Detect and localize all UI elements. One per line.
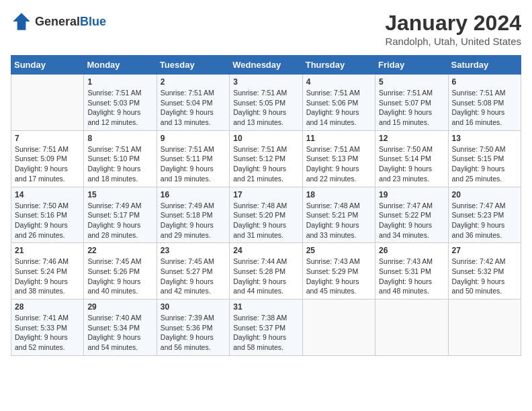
day-number: 21 — [15, 246, 80, 255]
day-number: 9 — [161, 134, 226, 143]
week-row-3: 14Sunrise: 7:50 AMSunset: 5:16 PMDayligh… — [11, 187, 521, 243]
day-info: Sunrise: 7:50 AMSunset: 5:16 PMDaylight:… — [15, 201, 80, 240]
calendar-cell — [448, 300, 521, 356]
day-info: Sunrise: 7:51 AMSunset: 5:07 PMDaylight:… — [379, 88, 444, 128]
day-number: 19 — [379, 190, 444, 199]
header-friday: Friday — [375, 56, 448, 75]
title-area: January 2024 Randolph, Utah, United Stat… — [385, 11, 521, 47]
logo-icon — [11, 11, 32, 32]
calendar-table: SundayMondayTuesdayWednesdayThursdayFrid… — [11, 55, 521, 356]
calendar-cell: 2Sunrise: 7:51 AMSunset: 5:04 PMDaylight… — [157, 75, 229, 131]
day-info: Sunrise: 7:50 AMSunset: 5:14 PMDaylight:… — [379, 144, 444, 184]
day-info: Sunrise: 7:51 AMSunset: 5:13 PMDaylight:… — [306, 144, 371, 184]
day-info: Sunrise: 7:48 AMSunset: 5:21 PMDaylight:… — [306, 201, 371, 240]
day-info: Sunrise: 7:47 AMSunset: 5:22 PMDaylight:… — [379, 201, 444, 240]
week-row-1: 1Sunrise: 7:51 AMSunset: 5:03 PMDaylight… — [11, 75, 521, 131]
header-monday: Monday — [84, 56, 157, 75]
header: GeneralBlue January 2024 Randolph, Utah,… — [11, 11, 521, 47]
day-info: Sunrise: 7:49 AMSunset: 5:18 PMDaylight:… — [161, 201, 226, 240]
calendar-cell: 1Sunrise: 7:51 AMSunset: 5:03 PMDaylight… — [84, 75, 157, 131]
day-number: 16 — [161, 190, 226, 199]
day-number: 13 — [452, 134, 517, 143]
week-row-5: 28Sunrise: 7:41 AMSunset: 5:33 PMDayligh… — [11, 300, 521, 356]
day-info: Sunrise: 7:51 AMSunset: 5:04 PMDaylight:… — [161, 88, 226, 128]
day-number: 30 — [161, 302, 226, 312]
day-info: Sunrise: 7:43 AMSunset: 5:31 PMDaylight:… — [379, 257, 444, 296]
header-wednesday: Wednesday — [230, 56, 302, 75]
day-info: Sunrise: 7:48 AMSunset: 5:20 PMDaylight:… — [233, 201, 298, 240]
day-number: 29 — [87, 302, 152, 312]
calendar-cell: 22Sunrise: 7:45 AMSunset: 5:26 PMDayligh… — [84, 243, 157, 300]
calendar-cell: 7Sunrise: 7:51 AMSunset: 5:09 PMDaylight… — [11, 130, 84, 187]
day-number: 1 — [87, 77, 152, 87]
day-info: Sunrise: 7:51 AMSunset: 5:11 PMDaylight:… — [161, 144, 226, 184]
day-number: 24 — [233, 246, 298, 255]
calendar-cell: 4Sunrise: 7:51 AMSunset: 5:06 PMDaylight… — [302, 75, 375, 131]
day-number: 14 — [15, 190, 80, 199]
day-info: Sunrise: 7:51 AMSunset: 5:05 PMDaylight:… — [233, 88, 298, 128]
main-title: January 2024 — [385, 11, 521, 36]
day-info: Sunrise: 7:46 AMSunset: 5:24 PMDaylight:… — [15, 257, 80, 296]
calendar-body: 1Sunrise: 7:51 AMSunset: 5:03 PMDaylight… — [11, 75, 521, 356]
day-number: 2 — [161, 77, 226, 87]
day-info: Sunrise: 7:38 AMSunset: 5:37 PMDaylight:… — [233, 313, 298, 353]
calendar-cell: 3Sunrise: 7:51 AMSunset: 5:05 PMDaylight… — [230, 75, 302, 131]
day-number: 3 — [233, 77, 298, 87]
day-number: 20 — [452, 190, 517, 199]
calendar-cell: 13Sunrise: 7:50 AMSunset: 5:15 PMDayligh… — [448, 130, 521, 187]
day-number: 15 — [87, 190, 152, 199]
header-thursday: Thursday — [302, 56, 375, 75]
day-number: 26 — [379, 246, 444, 255]
day-number: 23 — [161, 246, 226, 255]
day-number: 11 — [306, 134, 371, 143]
day-info: Sunrise: 7:51 AMSunset: 5:03 PMDaylight:… — [87, 88, 152, 128]
day-info: Sunrise: 7:51 AMSunset: 5:09 PMDaylight:… — [15, 144, 80, 184]
calendar-cell: 12Sunrise: 7:50 AMSunset: 5:14 PMDayligh… — [375, 130, 448, 187]
calendar-cell: 11Sunrise: 7:51 AMSunset: 5:13 PMDayligh… — [302, 130, 375, 187]
day-info: Sunrise: 7:41 AMSunset: 5:33 PMDaylight:… — [15, 313, 80, 353]
day-number: 12 — [379, 134, 444, 143]
logo: GeneralBlue — [11, 11, 106, 32]
svg-marker-0 — [13, 13, 30, 30]
calendar-cell: 26Sunrise: 7:43 AMSunset: 5:31 PMDayligh… — [375, 243, 448, 300]
calendar-cell: 27Sunrise: 7:42 AMSunset: 5:32 PMDayligh… — [448, 243, 521, 300]
calendar-cell: 23Sunrise: 7:45 AMSunset: 5:27 PMDayligh… — [157, 243, 229, 300]
calendar-cell: 28Sunrise: 7:41 AMSunset: 5:33 PMDayligh… — [11, 300, 84, 356]
day-number: 4 — [306, 77, 371, 87]
day-info: Sunrise: 7:51 AMSunset: 5:12 PMDaylight:… — [233, 144, 298, 184]
calendar-cell: 25Sunrise: 7:43 AMSunset: 5:29 PMDayligh… — [302, 243, 375, 300]
calendar-cell: 14Sunrise: 7:50 AMSunset: 5:16 PMDayligh… — [11, 187, 84, 243]
subtitle: Randolph, Utah, United States — [385, 36, 521, 47]
day-info: Sunrise: 7:51 AMSunset: 5:08 PMDaylight:… — [452, 88, 517, 128]
calendar-cell: 9Sunrise: 7:51 AMSunset: 5:11 PMDaylight… — [157, 130, 229, 187]
day-number: 22 — [87, 246, 152, 255]
day-info: Sunrise: 7:45 AMSunset: 5:26 PMDaylight:… — [87, 257, 152, 296]
day-number: 25 — [306, 246, 371, 255]
header-saturday: Saturday — [448, 56, 521, 75]
calendar-cell: 6Sunrise: 7:51 AMSunset: 5:08 PMDaylight… — [448, 75, 521, 131]
calendar-cell: 8Sunrise: 7:51 AMSunset: 5:10 PMDaylight… — [84, 130, 157, 187]
calendar-cell: 17Sunrise: 7:48 AMSunset: 5:20 PMDayligh… — [230, 187, 302, 243]
day-info: Sunrise: 7:43 AMSunset: 5:29 PMDaylight:… — [306, 257, 371, 296]
day-number: 8 — [87, 134, 152, 143]
day-number: 27 — [452, 246, 517, 255]
calendar-cell: 18Sunrise: 7:48 AMSunset: 5:21 PMDayligh… — [302, 187, 375, 243]
calendar-cell: 15Sunrise: 7:49 AMSunset: 5:17 PMDayligh… — [84, 187, 157, 243]
week-row-2: 7Sunrise: 7:51 AMSunset: 5:09 PMDaylight… — [11, 130, 521, 187]
day-number: 28 — [15, 302, 80, 312]
day-number: 31 — [233, 302, 298, 312]
calendar-cell: 16Sunrise: 7:49 AMSunset: 5:18 PMDayligh… — [157, 187, 229, 243]
calendar-cell: 5Sunrise: 7:51 AMSunset: 5:07 PMDaylight… — [375, 75, 448, 131]
header-sunday: Sunday — [11, 56, 84, 75]
day-number: 17 — [233, 190, 298, 199]
day-info: Sunrise: 7:39 AMSunset: 5:36 PMDaylight:… — [161, 313, 226, 353]
calendar-cell: 19Sunrise: 7:47 AMSunset: 5:22 PMDayligh… — [375, 187, 448, 243]
day-number: 18 — [306, 190, 371, 199]
calendar-cell — [375, 300, 448, 356]
calendar-cell: 21Sunrise: 7:46 AMSunset: 5:24 PMDayligh… — [11, 243, 84, 300]
day-info: Sunrise: 7:50 AMSunset: 5:15 PMDaylight:… — [452, 144, 517, 184]
day-info: Sunrise: 7:51 AMSunset: 5:10 PMDaylight:… — [87, 144, 152, 184]
day-number: 7 — [15, 134, 80, 143]
week-row-4: 21Sunrise: 7:46 AMSunset: 5:24 PMDayligh… — [11, 243, 521, 300]
day-info: Sunrise: 7:40 AMSunset: 5:34 PMDaylight:… — [87, 313, 152, 353]
